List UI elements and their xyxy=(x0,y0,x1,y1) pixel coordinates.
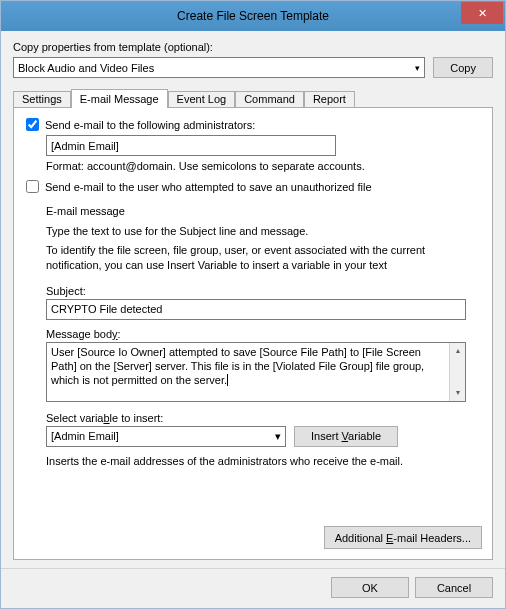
chevron-down-icon: ▾ xyxy=(415,63,420,73)
dialog-button-bar: OK Cancel xyxy=(1,568,505,608)
email-desc-1: Type the text to use for the Subject lin… xyxy=(46,225,482,237)
chevron-down-icon: ▾ xyxy=(275,430,281,443)
user-email-check-row: Send e-mail to the user who attempted to… xyxy=(26,180,482,193)
user-email-checkbox[interactable] xyxy=(26,180,39,193)
ok-button[interactable]: OK xyxy=(331,577,409,598)
window-title: Create File Screen Template xyxy=(1,9,505,23)
scroll-down-icon[interactable]: ▾ xyxy=(450,385,465,401)
tab-settings[interactable]: Settings xyxy=(13,91,71,108)
admin-email-format-hint: Format: account@domain. Use semicolons t… xyxy=(46,160,482,172)
subject-label: Subject: xyxy=(46,285,482,297)
email-message-group-label: E-mail message xyxy=(46,205,482,217)
copy-template-label: Copy properties from template (optional)… xyxy=(13,41,493,53)
cancel-button-label: Cancel xyxy=(437,582,471,594)
email-desc-2: To identify the file screen, file group,… xyxy=(46,243,466,273)
ok-button-label: OK xyxy=(362,582,378,594)
tab-event-log[interactable]: Event Log xyxy=(168,91,236,108)
tab-panel-email: Send e-mail to the following administrat… xyxy=(13,107,493,560)
body-scrollbar[interactable]: ▴ ▾ xyxy=(449,343,465,401)
body-label: Message body: xyxy=(46,328,482,340)
additional-headers-row: Additional E-mail Headers... xyxy=(24,518,482,549)
cancel-button[interactable]: Cancel xyxy=(415,577,493,598)
admin-email-value: [Admin Email] xyxy=(51,140,119,152)
tab-command[interactable]: Command xyxy=(235,91,304,108)
dialog-content: Copy properties from template (optional)… xyxy=(1,31,505,568)
copy-button[interactable]: Copy xyxy=(433,57,493,78)
admin-email-input[interactable]: [Admin Email] xyxy=(46,135,336,156)
subject-value: CRYPTO File detected xyxy=(51,303,162,315)
variable-select[interactable]: [Admin Email] ▾ xyxy=(46,426,286,447)
additional-email-headers-label: Additional E-mail Headers... xyxy=(335,532,471,544)
close-icon: ✕ xyxy=(478,7,487,20)
tab-report[interactable]: Report xyxy=(304,91,355,108)
tab-strip: Settings E-mail Message Event Log Comman… xyxy=(13,89,493,108)
body-text-content: User [Source Io Owner] attempted to save… xyxy=(47,343,449,401)
admin-email-check-row: Send e-mail to the following administrat… xyxy=(26,118,482,131)
admin-email-checkbox[interactable] xyxy=(26,118,39,131)
insert-variable-button[interactable]: Insert Variable xyxy=(294,426,398,447)
variable-select-value: [Admin Email] xyxy=(51,430,119,442)
insert-variable-label: Insert Variable xyxy=(311,430,381,442)
titlebar: Create File Screen Template ✕ xyxy=(1,1,505,31)
select-variable-row: [Admin Email] ▾ Insert Variable xyxy=(46,426,482,447)
tab-email-message[interactable]: E-mail Message xyxy=(71,89,168,108)
dialog-window: Create File Screen Template ✕ Copy prope… xyxy=(0,0,506,609)
close-button[interactable]: ✕ xyxy=(461,2,503,24)
copy-button-label: Copy xyxy=(450,62,476,74)
copy-row: Block Audio and Video Files ▾ Copy xyxy=(13,57,493,78)
copy-template-value: Block Audio and Video Files xyxy=(18,62,154,74)
admin-email-indent: [Admin Email] Format: account@domain. Us… xyxy=(46,135,482,172)
additional-email-headers-button[interactable]: Additional E-mail Headers... xyxy=(324,526,482,549)
admin-email-check-label: Send e-mail to the following administrat… xyxy=(45,119,255,131)
select-variable-label: Select variable to insert: xyxy=(46,412,482,424)
text-cursor xyxy=(227,374,228,386)
scroll-up-icon[interactable]: ▴ xyxy=(450,343,465,359)
subject-input[interactable]: CRYPTO File detected xyxy=(46,299,466,320)
user-email-check-label: Send e-mail to the user who attempted to… xyxy=(45,181,372,193)
body-textarea[interactable]: User [Source Io Owner] attempted to save… xyxy=(46,342,466,402)
insert-variable-help: Inserts the e-mail addresses of the admi… xyxy=(46,455,466,467)
copy-template-select[interactable]: Block Audio and Video Files ▾ xyxy=(13,57,425,78)
